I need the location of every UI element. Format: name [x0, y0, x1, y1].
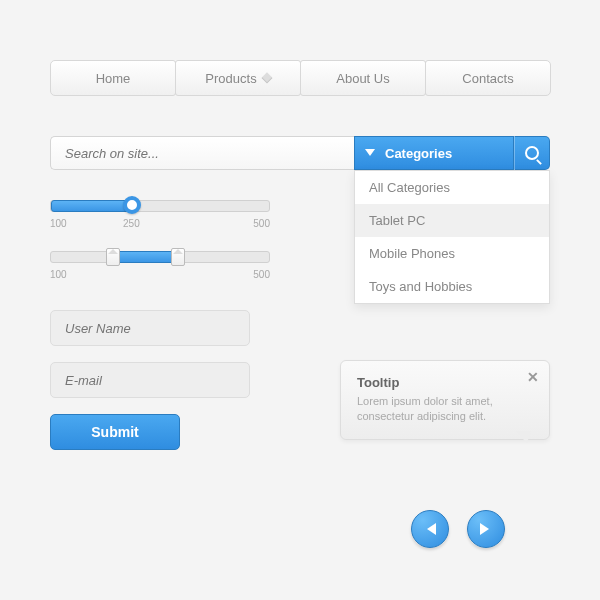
slider-track[interactable]: [50, 251, 270, 263]
slider-labels: 100 500: [50, 269, 270, 280]
slider-handle-low[interactable]: [106, 248, 120, 266]
search-button[interactable]: [514, 136, 550, 170]
tooltip: ✕ Tooltip Lorem ipsum dolor sit amet, co…: [340, 360, 550, 440]
slider-fill: [51, 200, 132, 212]
nav-about[interactable]: About Us: [300, 60, 426, 96]
nav-contacts[interactable]: Contacts: [425, 60, 551, 96]
slider-handle-high[interactable]: [171, 248, 185, 266]
email-input[interactable]: [50, 362, 250, 398]
next-button[interactable]: [467, 510, 505, 548]
tooltip-tail-icon: [515, 431, 531, 455]
dropdown-item[interactable]: Mobile Phones: [355, 237, 549, 270]
categories-dropdown: All Categories Tablet PC Mobile Phones T…: [354, 170, 550, 304]
search-icon: [525, 146, 539, 160]
slider-handle[interactable]: [123, 196, 141, 214]
slider-min-label: 100: [50, 269, 67, 280]
nav-products[interactable]: Products: [175, 60, 301, 96]
slider-max-label: 500: [253, 269, 270, 280]
pagination-arrows: [411, 510, 505, 548]
nav-label: Home: [96, 71, 131, 86]
dropdown-item[interactable]: Tablet PC: [355, 204, 549, 237]
nav-label: Contacts: [462, 71, 513, 86]
slider-labels: 100 250 500: [50, 218, 270, 229]
search-input[interactable]: [50, 136, 354, 170]
top-nav: Home Products About Us Contacts: [50, 60, 550, 96]
nav-label: About Us: [336, 71, 389, 86]
sliders-group: 100 250 500 100 500: [50, 200, 270, 280]
close-icon[interactable]: ✕: [527, 369, 539, 385]
slider-fill: [112, 251, 177, 263]
tooltip-title: Tooltip: [357, 375, 533, 390]
categories-button[interactable]: Categories: [354, 136, 514, 170]
slider-max-label: 500: [253, 218, 270, 229]
dropdown-item[interactable]: All Categories: [355, 171, 549, 204]
arrow-right-icon: [480, 523, 495, 535]
categories-label: Categories: [385, 146, 452, 161]
search-bar: Categories All Categories Tablet PC Mobi…: [50, 136, 550, 170]
slider-range: 100 500: [50, 251, 270, 280]
chevron-down-icon: [365, 149, 375, 161]
slider-single: 100 250 500: [50, 200, 270, 229]
slider-min-label: 100: [50, 218, 67, 229]
arrow-left-icon: [421, 523, 436, 535]
tooltip-body: Lorem ipsum dolor sit amet, consectetur …: [357, 394, 533, 425]
submit-button[interactable]: Submit: [50, 414, 180, 450]
username-input[interactable]: [50, 310, 250, 346]
prev-button[interactable]: [411, 510, 449, 548]
nav-label: Products: [205, 71, 256, 86]
slider-track[interactable]: [50, 200, 270, 212]
diamond-icon: [261, 72, 272, 83]
nav-home[interactable]: Home: [50, 60, 176, 96]
form-group: Submit: [50, 310, 250, 450]
dropdown-item[interactable]: Toys and Hobbies: [355, 270, 549, 303]
slider-mid-label: 250: [123, 218, 140, 229]
